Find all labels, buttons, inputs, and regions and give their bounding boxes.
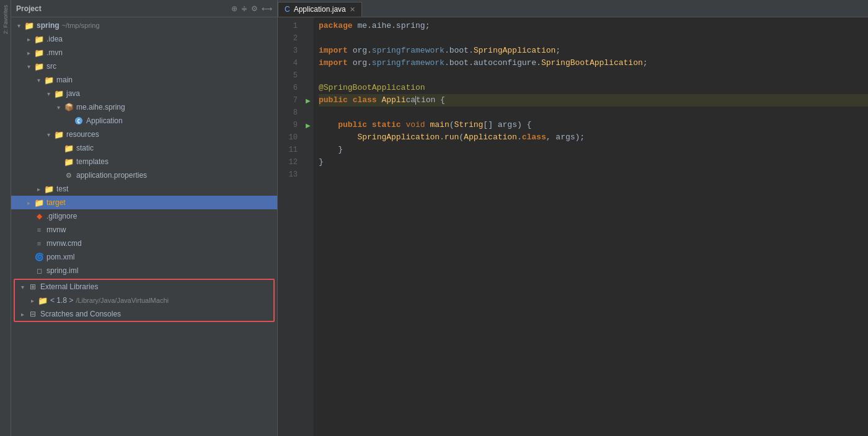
label-package: me.aihe.spring [76, 103, 125, 111]
run-arrow-9[interactable]: ▶ [306, 122, 311, 129]
gutter-3 [303, 45, 314, 57]
tree-app-properties[interactable]: ⚙ application.properties [11, 168, 277, 182]
tree-spring-iml[interactable]: ◻ spring.iml [11, 264, 277, 277]
external-libraries-section: ⊞ External Libraries 📁 < 1.8 > /Library/… [14, 279, 275, 322]
tree-mvnw-cmd[interactable]: ≡ mvnw.cmd [11, 237, 277, 250]
scratches-icon: ⊟ [27, 310, 38, 318]
tree-mvn[interactable]: 📁 .mvn [11, 46, 277, 59]
arrow-main [33, 77, 43, 84]
tree-package[interactable]: 📦 me.aihe.spring [11, 100, 277, 114]
label-spring-path: ~/tmp/spring [62, 22, 100, 29]
gutter-9[interactable]: ▶ [303, 119, 314, 131]
file-tree: 📁 spring ~/tmp/spring 📁 .idea 📁 .mvn [11, 17, 277, 436]
gutter-12 [303, 156, 314, 168]
add-icon[interactable]: ⊕ [231, 4, 237, 13]
mvnw-cmd-icon: ≡ [33, 240, 45, 247]
label-test: test [56, 185, 68, 193]
label-mvn: .mvn [46, 48, 63, 57]
code-line-11: } [319, 144, 868, 156]
tab-application-java[interactable]: C Application.java ✕ [278, 2, 362, 17]
label-application: Application [86, 116, 123, 125]
gutter-7[interactable]: ▶ [303, 94, 314, 107]
label-app-properties: application.properties [76, 171, 147, 180]
jdk-icon: 📁 [37, 296, 48, 305]
label-templates: templates [76, 157, 108, 166]
gutter-13 [303, 168, 314, 181]
tree-idea[interactable]: 📁 .idea [11, 32, 277, 46]
arrow-target [24, 199, 33, 206]
tree-gitignore[interactable]: ◆ .gitignore [11, 209, 277, 223]
settings-icon[interactable]: ⚙ [251, 4, 258, 13]
code-line-7: public class Application { [319, 94, 868, 107]
tree-target[interactable]: 📁 target [11, 196, 277, 209]
pom-icon: 🌀 [33, 253, 45, 261]
tree-java[interactable]: 📁 java [11, 87, 277, 100]
panel-title: Project [16, 4, 42, 13]
code-line-10: SpringApplication.run(Application.class,… [319, 131, 868, 144]
label-jdk: < 1.8 > [50, 296, 73, 305]
label-resources: resources [66, 130, 99, 139]
tree-root-spring[interactable]: 📁 spring ~/tmp/spring [11, 19, 277, 32]
tree-test[interactable]: 📁 test [11, 182, 277, 196]
label-mvnw-cmd: mvnw.cmd [46, 239, 82, 248]
folder-icon-target: 📁 [33, 198, 45, 207]
gutter-5 [303, 69, 314, 82]
external-lib-icon: ⊞ [27, 282, 38, 291]
svg-text:C: C [78, 119, 81, 124]
label-scratches: Scratches and Consoles [40, 310, 121, 318]
run-arrow-7[interactable]: ▶ [306, 97, 311, 104]
code-content[interactable]: package me.aihe.spring; import org.sprin… [314, 17, 868, 436]
tree-resources[interactable]: 📁 resources [11, 128, 277, 141]
label-static: static [76, 144, 94, 152]
arrow-idea [24, 36, 33, 43]
gutter-11 [303, 144, 314, 156]
tree-jdk[interactable]: 📁 < 1.8 > /Library/Java/JavaVirtualMachi [15, 294, 273, 307]
folder-icon-mvn: 📁 [33, 48, 45, 58]
code-line-8 [319, 107, 868, 119]
folder-icon-test: 📁 [43, 185, 55, 194]
folder-icon-java: 📁 [53, 89, 64, 98]
arrow-spring [14, 22, 24, 29]
tree-external-libraries[interactable]: ⊞ External Libraries [15, 280, 273, 294]
code-line-1: package me.aihe.spring; [319, 20, 868, 32]
tree-scratches[interactable]: ⊟ Scratches and Consoles [15, 307, 273, 321]
expand-icon[interactable]: ⟷ [262, 4, 272, 13]
folder-icon-spring: 📁 [24, 21, 35, 30]
tree-static[interactable]: 📁 static [11, 141, 277, 155]
tab-bar: C Application.java ✕ [278, 0, 868, 17]
label-pom: pom.xml [46, 253, 74, 261]
tree-main[interactable]: 📁 main [11, 73, 277, 87]
left-strip: 2: Favorites [0, 0, 11, 436]
folder-icon-resources: 📁 [53, 130, 64, 139]
arrow-mvn [24, 50, 33, 56]
tree-pom[interactable]: 🌀 pom.xml [11, 250, 277, 264]
label-main: main [56, 76, 73, 84]
code-editor[interactable]: 1 2 3 4 5 6 7 8 9 10 11 12 13 [278, 17, 868, 436]
tree-mvnw[interactable]: ≡ mvnw [11, 223, 277, 237]
folder-icon-main: 📁 [43, 76, 55, 85]
arrow-test [33, 186, 43, 193]
tab-close-button[interactable]: ✕ [350, 6, 355, 14]
favorites-strip[interactable]: 2: Favorites [1, 2, 10, 37]
code-line-6: @SpringBootApplication [319, 82, 868, 94]
tree-templates[interactable]: 📁 templates [11, 155, 277, 168]
label-jdk-path: /Library/Java/JavaVirtualMachi [76, 297, 169, 304]
folder-icon-static: 📁 [63, 144, 74, 153]
sync-icon[interactable]: ≑ [241, 4, 247, 13]
tree-application[interactable]: C Application [11, 114, 277, 128]
code-line-3: import org.springframework.boot.SpringAp… [319, 45, 868, 57]
label-idea: .idea [46, 35, 63, 43]
arrow-src [24, 63, 33, 70]
arrow-jdk [27, 297, 37, 304]
project-panel: Project ⊕ ≑ ⚙ ⟷ 📁 spring ~/tmp/spring 📁 [11, 0, 278, 436]
gutter-1 [303, 20, 314, 32]
panel-header-icons: ⊕ ≑ ⚙ ⟷ [231, 4, 272, 13]
label-mvnw: mvnw [46, 225, 66, 234]
gutter-6 [303, 82, 314, 94]
label-external-libraries: External Libraries [40, 282, 98, 291]
package-icon: 📦 [63, 103, 74, 111]
code-line-2 [319, 32, 868, 45]
tree-src[interactable]: 📁 src [11, 59, 277, 73]
tab-java-icon: C [285, 5, 290, 14]
folder-icon-src: 📁 [33, 62, 45, 71]
